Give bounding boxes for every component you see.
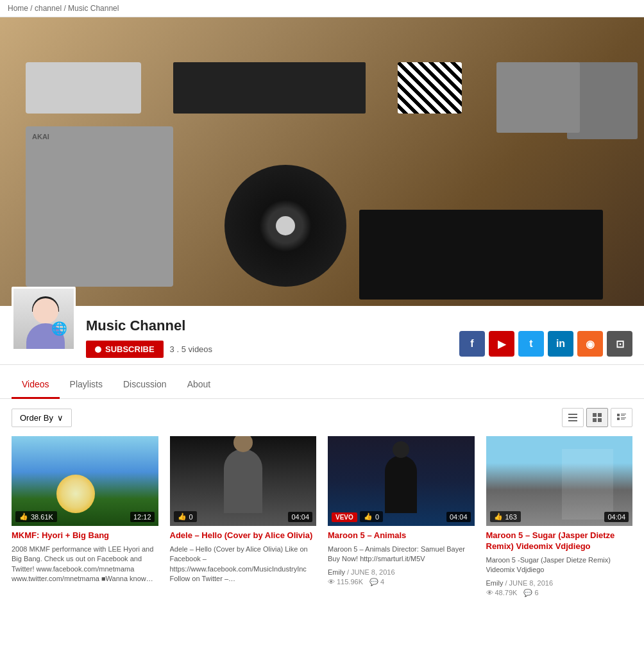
breadcrumb: Home / channel / Music Channel [0,0,644,17]
video-title-4: Maroon 5 – Sugar (Jasper Dietze Remix) V… [486,530,633,552]
video-stats-4: 👁48.79K 💬6 [486,589,633,597]
instrument-3 [496,62,580,133]
channel-bar: 🌐 Music Channel SUBSCRIBE 3 . 5 videos f… [0,306,644,365]
svg-rect-4 [598,413,602,417]
channel-banner: AKAI [0,17,644,306]
video-stats-3: 👁115.96K 💬4 [328,578,475,586]
svg-rect-2 [568,420,577,421]
svg-rect-1 [568,417,577,418]
svg-rect-6 [598,418,602,422]
instrument-4: AKAI [26,126,173,287]
video-thumb-1[interactable]: 👍 38.61K 12:12 [12,436,158,526]
video-card-1[interactable]: 👍 38.61K 12:12 MKMF: Hyori + Big Bang 20… [12,436,158,597]
svg-rect-9 [621,415,625,416]
svg-rect-10 [617,418,620,420]
view-grid-button[interactable] [586,408,608,427]
rss-icon[interactable]: ◉ [577,331,603,357]
video-desc-2: Adele – Hello (Cover by Alice Olivia) Li… [170,545,317,584]
linkedin-icon[interactable]: in [548,331,573,357]
sun-graphic [56,475,95,513]
view-list-button[interactable] [562,408,584,427]
svg-rect-3 [593,413,597,417]
vevo-badge: VEVO [332,512,357,522]
thumb-duration-2: 04:04 [288,512,312,522]
channel-avatar: 🌐 [12,287,76,351]
thumb-likes-2: 👍 0 [174,511,197,522]
video-desc-1: 2008 MKMF performance with LEE Hyori and… [12,545,158,584]
video-card-3[interactable]: VEVO 👍 0 04:04 Maroon 5 – Animals Maroon… [328,436,475,597]
subscriber-count: 3 . 5 videos [170,344,213,354]
video-thumb-2[interactable]: 👍 0 04:04 [170,436,317,526]
video-title-2: Adele – Hello (Cover by Alice Olivia) [170,530,317,541]
instrument-5 [359,210,603,300]
instrument-1 [26,62,141,114]
figure-graphic [385,455,417,513]
thumb-likes-1: 👍 38.61K [15,511,57,522]
video-card-4[interactable]: 👍 163 04:04 Maroon 5 – Sugar (Jasper Die… [486,436,633,597]
car-person-graphic [562,449,613,520]
subscribe-button[interactable]: SUBSCRIBE [86,341,164,358]
svg-rect-8 [621,414,626,414]
video-desc-4: Maroon 5 -Sugar (Jasper Dietze Remix) Vi… [486,555,633,575]
singer-graphic [224,449,262,513]
video-thumb-4[interactable]: 👍 163 04:04 [486,436,633,526]
video-grid: 👍 38.61K 12:12 MKMF: Hyori + Big Bang 20… [0,436,644,616]
zebra-pattern [398,62,462,114]
youtube-icon[interactable]: ▶ [489,331,514,357]
svg-rect-0 [568,414,577,415]
video-title-3: Maroon 5 – Animals [328,530,475,541]
thumb-duration-1: 12:12 [130,512,155,522]
social-icons: f ▶ t in ◉ ⊡ [459,331,632,357]
video-meta-3: Emily / JUNE 8, 2016 [328,568,475,576]
tab-videos[interactable]: Videos [12,371,60,399]
channel-tabs: Videos Playlists Discussion About [0,371,644,399]
video-card-2[interactable]: 👍 0 04:04 Adele – Hello (Cover by Alice … [170,436,317,597]
tab-about[interactable]: About [177,371,221,399]
view-mode-buttons [562,408,632,427]
order-by-button[interactable]: Order By ∨ [12,409,72,427]
video-meta-4: Emily / JUNE 8, 2016 [486,579,633,587]
vinyl-record [225,165,346,287]
svg-rect-12 [621,419,625,419]
camera-icon[interactable]: ⊡ [607,331,632,357]
instrument-2 [173,62,366,114]
svg-rect-7 [617,414,620,416]
svg-rect-11 [621,418,626,418]
video-toolbar: Order By ∨ [0,399,644,436]
tab-playlists[interactable]: Playlists [60,371,113,399]
twitter-icon[interactable]: t [518,331,544,357]
thumb-likes-3: 👍 0 [360,511,383,522]
facebook-icon[interactable]: f [459,331,485,357]
thumb-duration-3: 04:04 [446,512,471,522]
video-desc-3: Maroon 5 – Animals Director: Samuel Baye… [328,545,475,564]
subscribe-dot [95,346,101,353]
globe-icon: 🌐 [51,321,67,336]
thumb-duration-4: 04:04 [604,512,629,522]
svg-rect-5 [593,418,597,422]
view-compact-button[interactable] [611,408,632,427]
tab-discussion[interactable]: Discussion [113,371,177,399]
video-title-1: MKMF: Hyori + Big Bang [12,530,158,541]
video-thumb-3[interactable]: VEVO 👍 0 04:04 [328,436,475,526]
thumb-likes-4: 👍 163 [490,511,521,522]
